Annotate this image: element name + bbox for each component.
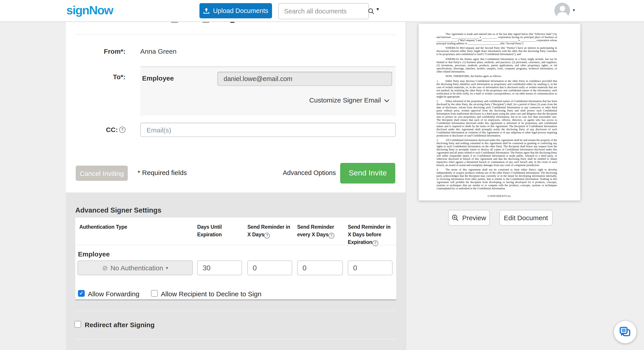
from-value: Anna Green [140,47,176,55]
send-reminder-every-x-days-input[interactable] [297,260,343,275]
redirect-after-signing-label: Redirect after Signing [85,321,154,329]
column-send-reminder-before-expiration: Send Reminder in X Days before Expiratio… [348,223,396,246]
reminder-help-icon[interactable]: ? [264,233,270,239]
settings-table-header: Authentication Type Days Until Expiratio… [75,217,396,246]
preview-button-label: Preview [462,214,486,221]
cc-emails-input[interactable] [140,123,396,137]
allow-decline-label: Allow Recipient to Decline to Sign [161,290,262,298]
authentication-type-dropdown[interactable]: ⊘ No Authentication ▾ [78,260,193,275]
edit-document-button[interactable]: Edit Document [499,210,552,226]
cc-label-text: CC: [106,126,118,133]
redirect-after-signing-checkbox[interactable] [74,321,81,328]
support-chat-button[interactable] [614,321,636,343]
page: signNow Upload Documents ▾ [0,0,644,350]
document-footer: CONFIDENTIAL [418,194,580,197]
avatar-body-shape [557,12,568,18]
from-label: From*: [76,47,126,55]
search-options-caret-icon[interactable]: ▾ [376,6,379,12]
search-icon[interactable] [368,8,375,14]
preview-button[interactable]: Preview [448,210,490,226]
column-send-reminder-every-x-days: Send Reminder every X Days? [297,223,348,246]
advanced-options-link[interactable]: Advanced Options [283,169,336,176]
chevron-down-icon [381,96,390,104]
signer-email-input[interactable] [217,72,392,86]
column-authentication-type: Authentication Type [79,223,197,246]
send-invite-button[interactable]: Send Invite [340,163,395,183]
signer-row-name: Employee [78,250,110,258]
authentication-type-value: No Authentication [110,264,163,272]
avatar-head-shape [560,5,565,11]
advanced-signer-settings-title: Advanced Signer Settings [75,206,161,214]
zoom-in-icon [452,214,459,221]
document-body: This Agreement is made and entered into … [418,24,580,190]
send-reminder-before-expiration-input[interactable] [348,260,392,275]
cc-label: CC: ? [76,126,126,133]
account-menu-caret-icon[interactable]: ▾ [573,7,575,12]
top-divider [75,34,396,35]
days-until-expiration-input[interactable] [197,260,242,275]
reminder-help-icon[interactable]: ? [328,233,334,239]
caret-down-icon: ▾ [166,265,168,270]
reminder-help-icon[interactable]: ? [372,240,378,246]
column-days-until-expiration: Days Until Expiration [197,223,248,246]
allow-forwarding-label: Allow Forwarding [88,290,140,298]
customize-signer-email-link[interactable]: Customize Signer Email [140,96,390,104]
upload-documents-button[interactable]: Upload Documents [200,3,272,18]
cancel-inviting-button[interactable]: Cancel Inviting [76,166,128,181]
upload-button-label: Upload Documents [213,7,268,14]
signnow-logo[interactable]: signNow [66,3,113,17]
search-input[interactable] [279,3,368,19]
top-navbar: signNow Upload Documents ▾ [0,0,644,22]
invite-form-card: From*: Anna Green To*: Employee Customiz… [66,21,406,350]
chat-icon [619,326,632,338]
customize-signer-email-label: Customize Signer Email [309,96,381,104]
allow-decline-checkbox[interactable] [151,290,158,297]
avatar[interactable] [554,3,570,18]
required-fields-note: * Required fields [138,169,187,176]
section-divider [75,339,396,339]
signer-settings-table: Authentication Type Days Until Expiratio… [75,217,396,300]
section-divider [75,311,396,311]
column-send-reminder-in-x-days: Send Reminder in X Days? [248,223,297,246]
search-box [278,3,369,19]
to-label: To*: [76,73,126,81]
cc-help-icon[interactable]: ? [119,126,126,133]
allow-forwarding-checkbox[interactable]: ✓ [78,290,85,297]
upload-icon [203,7,210,14]
advanced-signer-settings-section: Advanced Signer Settings Authentication … [66,192,406,350]
signer-role-label: Employee [142,74,174,82]
document-thumbnail[interactable]: This Agreement is made and entered into … [418,24,580,200]
table-header-divider [75,245,396,245]
edit-document-button-label: Edit Document [504,214,548,221]
no-authentication-icon: ⊘ [102,264,108,272]
send-reminder-in-x-days-input[interactable] [248,260,292,275]
